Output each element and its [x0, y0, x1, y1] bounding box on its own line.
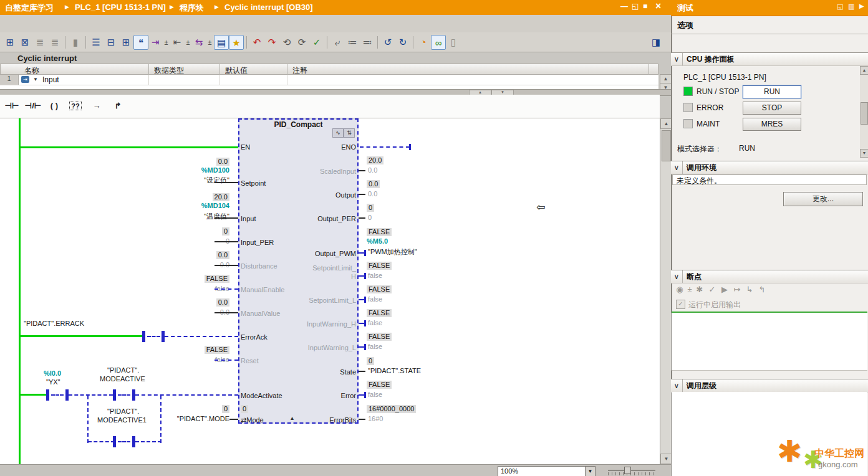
step-into-icon[interactable]: ↳ — [743, 284, 756, 295]
activate-breakpoints-icon[interactable]: ✓ — [706, 284, 718, 295]
minimize-icon[interactable]: — — [620, 2, 628, 11]
symbolic-operands-menu-icon[interactable]: ± — [184, 35, 192, 50]
pin-inputwarning-l[interactable]: InputWarning_L — [308, 343, 356, 352]
block-collapse-icon[interactable]: ▴ — [291, 414, 294, 421]
contact-bar[interactable] — [142, 331, 145, 342]
update-block-calls-icon[interactable]: ⟲ — [279, 35, 294, 50]
block-curve-icon[interactable]: ∿ — [332, 128, 344, 138]
contact-bar[interactable] — [113, 389, 116, 401]
split-editor-icon[interactable]: ◨ — [649, 35, 663, 50]
absolute-operands-menu-icon[interactable]: ± — [162, 35, 170, 50]
scroll-down-icon[interactable]: ▼ — [860, 149, 868, 158]
pin-output-per[interactable]: Output_PER — [317, 214, 356, 223]
insert-network-icon[interactable]: ⊞ — [2, 35, 17, 50]
operand-name[interactable]: "设定值" — [204, 176, 229, 184]
stop-button[interactable]: STOP — [743, 102, 801, 115]
panel-vscrollbar[interactable]: ▲ ▼ — [860, 66, 868, 157]
pin-input[interactable]: Input — [241, 214, 256, 223]
section-call-hierarchy[interactable]: ∨调用层级 — [671, 379, 868, 393]
run-to-cursor-icon[interactable]: ▶ — [718, 284, 731, 295]
block-header-title[interactable]: PID_Compact — [238, 120, 359, 129]
operand-name[interactable]: "PWM加热控制" — [368, 248, 417, 256]
contact-operand[interactable]: "YX" — [46, 378, 60, 386]
pin-state[interactable]: State — [340, 368, 356, 376]
expand-networks-icon[interactable]: ⊞ — [118, 35, 133, 50]
pin-scaledinput[interactable]: ScaledInput — [320, 167, 356, 176]
contact-bar[interactable] — [46, 389, 49, 401]
operand-address[interactable]: %MD100 — [201, 166, 229, 174]
pin-mode[interactable]: ⇄Mode — [241, 416, 264, 424]
mres-button[interactable]: MRES — [743, 118, 801, 131]
zoom-select[interactable]: 100% — [498, 466, 591, 476]
collapse-networks-icon[interactable]: ⊟ — [104, 35, 118, 50]
column-header-datatype[interactable]: 数据类型 — [149, 64, 220, 75]
contact-operand[interactable]: MODEACTIVE — [100, 375, 145, 383]
operand-value[interactable]: 0.0 — [368, 190, 377, 198]
pin-setpointlimit-h[interactable]: SetpointLimit_ — [312, 264, 356, 272]
monitoring-toggle-icon[interactable]: ∞ — [431, 35, 446, 50]
breadcrumb-program-blocks[interactable]: 程序块 — [180, 2, 204, 14]
zoom-slider-track[interactable] — [608, 470, 655, 471]
close-icon[interactable]: × — [655, 1, 661, 12]
call-environment-icon[interactable]: ◔ — [416, 35, 431, 50]
block-config-icon[interactable]: ⇅ — [344, 128, 355, 138]
contact-operand[interactable]: "PIDACT".ERRACK — [24, 320, 84, 328]
pin-setpointlimit-l[interactable]: SetpointLimit_L — [309, 296, 356, 305]
operand-address[interactable]: %M5.0 — [367, 237, 388, 245]
symbolic-operands-icon[interactable]: ⇤ — [170, 35, 184, 50]
navigate-back-icon[interactable]: ↺ — [380, 35, 395, 50]
delete-network-icon[interactable]: ⊠ — [17, 35, 32, 50]
contact-operand[interactable]: "PIDACT". — [107, 366, 139, 374]
operand-display-menu-icon[interactable]: ± — [206, 35, 214, 50]
toggle-breakpoint-icon[interactable]: ◉ — [673, 284, 686, 295]
dock-icon[interactable]: ▥ — [848, 2, 854, 11]
column-header-comment[interactable]: 注释 — [287, 64, 649, 75]
zoom-slider-thumb[interactable] — [624, 467, 631, 474]
network-comments-toggle-icon[interactable]: ❝ — [133, 35, 148, 50]
pin-en[interactable]: EN — [241, 143, 250, 151]
no-contact-icon[interactable]: ⊣⊢ — [2, 97, 22, 117]
operand-value[interactable]: false — [368, 272, 382, 280]
change-button[interactable]: 更改... — [783, 192, 863, 206]
previous-error-icon[interactable]: ↶ — [249, 35, 264, 50]
save-block-calls-icon[interactable]: ⟳ — [294, 35, 309, 50]
scroll-thumb[interactable] — [861, 102, 868, 125]
jump-list-icon[interactable]: ⤶ — [330, 35, 345, 50]
breakpoint-menu-icon[interactable]: ± — [686, 284, 693, 295]
operand-value[interactable]: 16#0 — [368, 415, 383, 423]
operand-name[interactable]: "PIDACT".MODE — [177, 415, 229, 423]
operand-value[interactable]: false — [368, 343, 382, 351]
outputs-enabled-checkbox[interactable]: ✓ — [676, 300, 685, 309]
pin-output[interactable]: Output — [335, 191, 356, 199]
next-error-icon[interactable]: ↷ — [264, 35, 279, 50]
float-window-icon[interactable]: ◱ — [837, 2, 843, 11]
operand-value[interactable]: 0.0 — [368, 166, 377, 174]
operand-name[interactable]: "温度值" — [204, 212, 229, 221]
restore-icon[interactable]: ◱ — [632, 2, 639, 11]
section-call-environment[interactable]: ∨调用环境 — [671, 161, 868, 174]
snapshot-icon[interactable]: ▯ — [446, 35, 461, 50]
zoom-dropdown-icon[interactable]: ▼ — [585, 466, 596, 476]
jump-list-2-icon[interactable]: ≔ — [345, 35, 360, 50]
pin-eno[interactable]: ENO — [341, 143, 356, 151]
breakpoints-list[interactable] — [672, 312, 867, 371]
scroll-thumb[interactable] — [662, 130, 671, 161]
contact-operand[interactable]: "PIDACT". — [107, 407, 139, 416]
navigate-forward-icon[interactable]: ↻ — [395, 35, 410, 50]
pin-errorbits[interactable]: ErrorBits — [329, 416, 356, 424]
pin-inputwarning-h[interactable]: InputWarning_H — [307, 320, 356, 328]
section-breakpoints[interactable]: ∨断点 — [671, 270, 868, 283]
breadcrumb-block[interactable]: Cyclic interrupt [OB30] — [224, 2, 313, 12]
consistency-check-icon[interactable]: ✓ — [309, 35, 324, 50]
breadcrumb-plc[interactable]: PLC_1 [CPU 1513-1 PN] — [75, 2, 166, 12]
free-comments-toggle-icon[interactable]: ▤ — [214, 35, 229, 50]
pin-disturbance[interactable]: Disturbance — [241, 262, 277, 270]
pin-modeactivate[interactable]: ModeActivate — [241, 391, 282, 400]
table-row[interactable]: 1 ⇥ ▼ Input — [0, 75, 658, 85]
operand-value[interactable]: false — [368, 319, 382, 327]
jump-list-3-icon[interactable]: ≕ — [360, 35, 375, 50]
enable-breakpoint-icon[interactable]: ✱ — [693, 284, 706, 295]
pin-setpoint[interactable]: Setpoint — [241, 179, 266, 188]
maximize-icon[interactable]: ■ — [643, 2, 647, 11]
network-overview-icon[interactable]: ☰ — [89, 35, 104, 50]
